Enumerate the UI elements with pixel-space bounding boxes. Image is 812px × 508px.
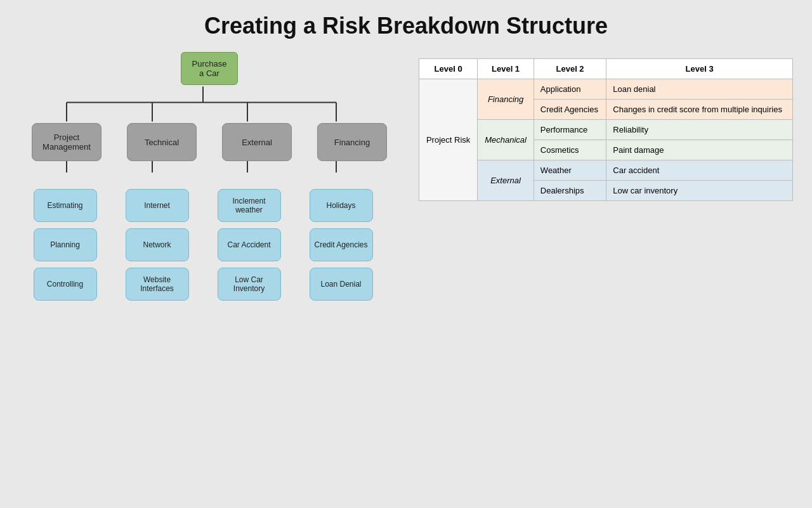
cell-weather: Weather	[534, 160, 606, 181]
external-children: Inclement weather Car Accident Low Car I…	[218, 189, 281, 301]
header-level1: Level 1	[478, 59, 534, 79]
cell-car-accident: Car accident	[606, 160, 793, 181]
breakdown-table: Level 0 Level 1 Level 2 Level 3 Project …	[419, 58, 793, 201]
l1-to-l2-lines	[19, 161, 387, 186]
content-area: Purchase a Car Project Management Techni…	[19, 52, 793, 301]
col-financing: Holidays Credit Agencies Loan Denial	[310, 189, 373, 301]
cell-project-risk: Project Risk	[419, 79, 478, 201]
root-to-l1-lines	[19, 85, 387, 123]
l2-inclement: Inclement weather	[218, 189, 281, 222]
cell-low-inventory: Low car inventory	[606, 181, 793, 201]
l1-external: External	[222, 123, 292, 161]
l2-controlling: Controlling	[34, 268, 97, 301]
cell-performance: Performance	[534, 120, 606, 140]
l2-loan: Loan Denial	[310, 268, 373, 301]
col-pm: Estimating Planning Controlling	[34, 189, 97, 301]
tree-diagram: Purchase a Car Project Management Techni…	[19, 52, 400, 301]
cell-external: External	[478, 160, 534, 201]
l1-project-management: Project Management	[32, 123, 102, 161]
cell-financing: Financing	[478, 79, 534, 120]
l1-financing: Financing	[317, 123, 387, 161]
l1-technical: Technical	[127, 123, 197, 161]
l2-holidays: Holidays	[310, 189, 373, 222]
col-external: Inclement weather Car Accident Low Car I…	[218, 189, 281, 301]
cell-dealerships: Dealerships	[534, 181, 606, 201]
cell-cosmetics: Cosmetics	[534, 140, 606, 160]
cell-application: Application	[534, 79, 606, 100]
root-node: Purchase a Car	[181, 52, 238, 85]
pm-children: Estimating Planning Controlling	[34, 189, 97, 301]
l2-car-accident: Car Accident	[218, 228, 281, 261]
l2-internet: Internet	[126, 189, 189, 222]
header-level3: Level 3	[606, 59, 793, 79]
tech-children: Internet Network Website Interfaces	[126, 189, 189, 301]
level2-section: Estimating Planning Controlling Internet…	[19, 189, 387, 301]
cell-credit-changes: Changes in credit score from multiple in…	[606, 100, 793, 120]
l2-estimating: Estimating	[34, 189, 97, 222]
l2-planning: Planning	[34, 228, 97, 261]
l2-low-car: Low Car Inventory	[218, 268, 281, 301]
cell-loan-denial: Loan denial	[606, 79, 793, 100]
cell-credit-agencies: Credit Agencies	[534, 100, 606, 120]
level1-row: Project Management Technical External Fi…	[19, 123, 400, 161]
financing-children: Holidays Credit Agencies Loan Denial	[310, 189, 373, 301]
l2-website: Website Interfaces	[126, 268, 189, 301]
cell-mechanical: Mechanical	[478, 120, 534, 160]
risk-table: Level 0 Level 1 Level 2 Level 3 Project …	[419, 58, 793, 201]
col-tech: Internet Network Website Interfaces	[126, 189, 189, 301]
header-level2: Level 2	[534, 59, 606, 79]
cell-paint-damage: Paint damage	[606, 140, 793, 160]
header-level0: Level 0	[419, 59, 478, 79]
table-row: Project Risk Financing Application Loan …	[419, 79, 793, 100]
l2-network: Network	[126, 228, 189, 261]
page-title: Creating a Risk Breakdown Structure	[204, 13, 608, 39]
l2-credit: Credit Agencies	[310, 228, 373, 261]
cell-reliability: Reliability	[606, 120, 793, 140]
